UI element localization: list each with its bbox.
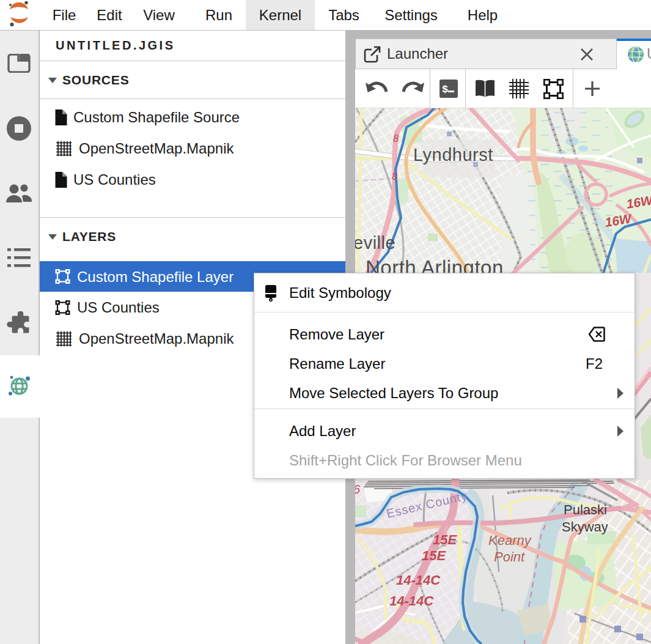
svg-text:Pulaski: Pulaski [564,502,607,517]
svg-text:Point: Point [494,549,525,564]
svg-text:8: 8 [393,133,399,144]
svg-text:14-14C: 14-14C [389,593,434,609]
svg-text:15E: 15E [433,532,457,547]
svg-text:15E: 15E [422,548,446,563]
svg-text:Skyway: Skyway [562,519,608,535]
svg-text:Kearny: Kearny [488,533,532,548]
svg-text:$: $ [442,84,448,95]
svg-text:eville: eville [355,233,395,253]
svg-text:6: 6 [355,483,361,496]
svg-text:14-14C: 14-14C [396,572,441,588]
svg-text:8: 8 [392,171,397,182]
svg-text:Lyndhurst: Lyndhurst [413,145,493,165]
